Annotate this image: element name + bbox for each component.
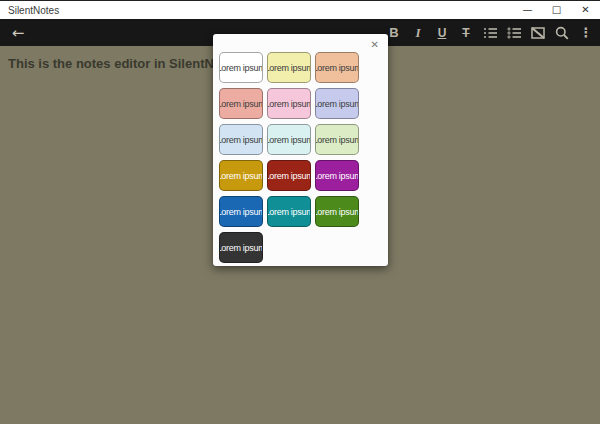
back-arrow-icon: ← bbox=[12, 24, 25, 42]
window-title: SilentNotes bbox=[0, 5, 59, 16]
close-button[interactable]: ✕ bbox=[571, 1, 600, 19]
color-swatch[interactable]: Lorem ipsum bbox=[219, 124, 263, 155]
maximize-button[interactable]: □ bbox=[542, 1, 571, 19]
search-button[interactable] bbox=[550, 19, 574, 46]
minimize-button[interactable]: — bbox=[513, 1, 542, 19]
image-off-button[interactable] bbox=[526, 19, 550, 46]
color-swatch[interactable]: Lorem ipsum bbox=[267, 88, 311, 119]
color-swatch[interactable]: Lorem ipsum bbox=[219, 232, 263, 263]
swatch-grid: Lorem ipsumLorem ipsumLorem ipsumLorem i… bbox=[219, 52, 359, 263]
color-swatch[interactable]: Lorem ipsum bbox=[267, 196, 311, 227]
strikethrough-icon: T bbox=[462, 26, 469, 40]
search-icon bbox=[554, 25, 570, 41]
underline-icon: U bbox=[438, 26, 447, 40]
color-swatch[interactable]: Lorem ipsum bbox=[219, 52, 263, 83]
minimize-icon: — bbox=[523, 4, 533, 15]
color-swatch[interactable]: Lorem ipsum bbox=[315, 88, 359, 119]
close-icon: ✕ bbox=[581, 4, 589, 15]
italic-icon: I bbox=[415, 25, 420, 41]
overflow-menu-button[interactable]: ⋮ bbox=[574, 19, 598, 46]
image-off-icon bbox=[530, 25, 546, 41]
overflow-menu-icon: ⋮ bbox=[580, 25, 593, 40]
color-swatch[interactable]: Lorem ipsum bbox=[315, 52, 359, 83]
bullet-list-icon bbox=[506, 25, 522, 41]
italic-button[interactable]: I bbox=[406, 19, 430, 46]
ordered-list-icon bbox=[482, 25, 498, 41]
color-picker-dialog: ✕ Lorem ipsumLorem ipsumLorem ipsumLorem… bbox=[213, 34, 388, 266]
underline-button[interactable]: U bbox=[430, 19, 454, 46]
window-controls: — □ ✕ bbox=[513, 1, 600, 19]
maximize-icon: □ bbox=[552, 4, 561, 15]
strikethrough-button[interactable]: T bbox=[454, 19, 478, 46]
color-swatch[interactable]: Lorem ipsum bbox=[267, 52, 311, 83]
color-swatch[interactable]: Lorem ipsum bbox=[219, 88, 263, 119]
color-swatch[interactable]: Lorem ipsum bbox=[219, 196, 263, 227]
ordered-list-button[interactable] bbox=[478, 19, 502, 46]
color-swatch[interactable]: Lorem ipsum bbox=[315, 124, 359, 155]
toolbar-button-group: B I U T bbox=[382, 19, 598, 46]
color-swatch[interactable]: Lorem ipsum bbox=[315, 196, 359, 227]
dialog-close-button[interactable]: ✕ bbox=[369, 37, 381, 52]
app-window: SilentNotes — □ ✕ ← B I U bbox=[0, 0, 600, 424]
color-swatch[interactable]: Lorem ipsum bbox=[315, 160, 359, 191]
back-button[interactable]: ← bbox=[6, 19, 30, 46]
bullet-list-button[interactable] bbox=[502, 19, 526, 46]
bold-icon: B bbox=[389, 25, 398, 40]
color-swatch[interactable]: Lorem ipsum bbox=[267, 124, 311, 155]
titlebar: SilentNotes — □ ✕ bbox=[0, 1, 600, 19]
color-swatch[interactable]: Lorem ipsum bbox=[219, 160, 263, 191]
dialog-close-icon: ✕ bbox=[371, 39, 379, 50]
color-swatch[interactable]: Lorem ipsum bbox=[267, 160, 311, 191]
